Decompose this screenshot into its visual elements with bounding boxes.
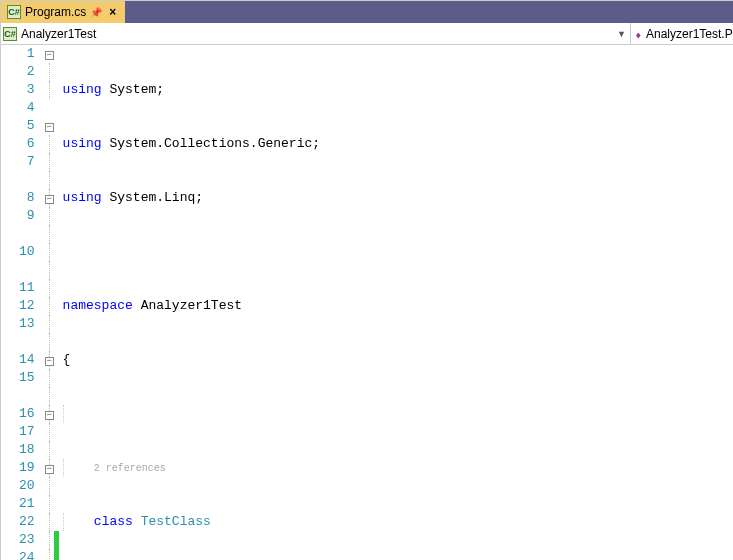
tab-bar: C# Program.cs 📌 ×	[1, 1, 733, 23]
chevron-down-icon[interactable]: ▼	[617, 29, 626, 39]
fold-toggle[interactable]: −	[45, 465, 54, 474]
fold-toggle[interactable]: −	[45, 51, 54, 60]
fold-toggle[interactable]: −	[45, 123, 54, 132]
nav-member-label: Analyzer1Test.Prog	[646, 27, 733, 41]
navigation-bar: C# Analyzer1Test ▼ ⬧ Analyzer1Test.Prog	[1, 23, 733, 45]
line-number-gutter: 1234 567 89 10 111213 1415 16171819 2021…	[1, 45, 45, 560]
tab-title: Program.cs	[25, 5, 86, 19]
nav-scope-dropdown[interactable]: C# Analyzer1Test ▼	[1, 23, 631, 44]
close-icon[interactable]: ×	[106, 5, 119, 19]
code-area[interactable]: using System; using System.Collections.G…	[59, 45, 733, 560]
nav-scope-label: Analyzer1Test	[21, 27, 96, 41]
csharp-icon: C#	[3, 27, 17, 41]
fold-toggle[interactable]: −	[45, 411, 54, 420]
fold-gutter: − − − − − −	[45, 45, 54, 560]
pin-icon[interactable]: 📌	[90, 7, 102, 18]
nav-member-dropdown[interactable]: ⬧ Analyzer1Test.Prog	[631, 23, 733, 44]
code-editor[interactable]: 1234 567 89 10 111213 1415 16171819 2021…	[1, 45, 733, 560]
csharp-file-icon: C#	[7, 5, 21, 19]
fold-toggle[interactable]: −	[45, 357, 54, 366]
fold-toggle[interactable]: −	[45, 195, 54, 204]
class-icon: ⬧	[635, 28, 642, 40]
file-tab[interactable]: C# Program.cs 📌 ×	[1, 1, 125, 23]
